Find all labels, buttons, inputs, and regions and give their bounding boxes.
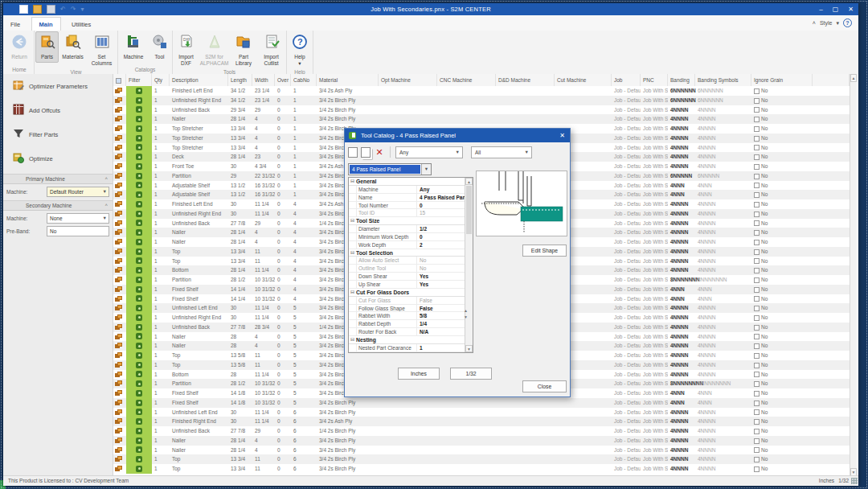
materials-button[interactable]: Materials: [59, 31, 87, 63]
filter-cell[interactable]: [126, 190, 152, 199]
property-row-allow-auto-select[interactable]: Allow Auto SelectNo: [349, 257, 473, 265]
ignore-grain-checkbox[interactable]: [754, 258, 760, 264]
dropdown-arrow-icon[interactable]: ▼: [421, 164, 431, 175]
filter-cell[interactable]: [126, 228, 152, 237]
column-header-material[interactable]: Material: [317, 74, 379, 86]
column-header-qty[interactable]: Qty: [152, 74, 170, 86]
ignore-grain-checkbox[interactable]: [754, 409, 760, 415]
column-header-bandingsymbols[interactable]: Banding Symbols: [695, 74, 751, 86]
collapse-box-icon[interactable]: ⊟: [349, 249, 356, 257]
filter-cell[interactable]: [126, 96, 152, 105]
table-row[interactable]: 1Unfinished Right End34 1/223 1/4013/4 2…: [113, 96, 850, 105]
filter-cell[interactable]: [126, 398, 152, 408]
property-section-door-profile-turns[interactable]: ⊟Door Profile Turns: [349, 352, 473, 353]
property-row-tool-number[interactable]: Tool Number0: [349, 202, 473, 210]
column-header-cabno[interactable]: CabNo: [291, 74, 317, 86]
table-row[interactable]: 1Top13 3/411063/4 2s Birch PlyJob - Defa…: [113, 464, 850, 474]
filter-cell[interactable]: [126, 171, 152, 181]
property-section-tool-selection[interactable]: ⊟Tool Selection: [349, 249, 473, 257]
scroll-up-icon[interactable]: ▲: [850, 74, 857, 82]
filter-cell[interactable]: [126, 341, 152, 351]
maximize-button[interactable]: ▢: [833, 6, 839, 13]
filter-cell[interactable]: [126, 124, 152, 134]
close-button[interactable]: ✕: [848, 6, 854, 13]
column-header-cnc[interactable]: CNC Machine: [437, 74, 496, 86]
property-row-nested-part-clearance[interactable]: Nested Part Clearance1: [349, 344, 473, 352]
property-row-up-shear[interactable]: Up ShearYes: [349, 281, 473, 289]
units-button[interactable]: Inches: [398, 368, 440, 380]
filter-cell[interactable]: [126, 294, 152, 304]
secondary-machine-select[interactable]: None ▼: [47, 213, 109, 224]
sidebar-item-add-offcuts[interactable]: Add Offcuts: [3, 98, 113, 122]
ignore-grain-checkbox[interactable]: [754, 372, 760, 377]
filter-cell[interactable]: [126, 199, 152, 209]
property-row-minimum-work-depth[interactable]: Minimum Work Depth0: [349, 233, 473, 241]
import-cutlist-button[interactable]: ImportCutlist: [257, 31, 285, 68]
table-row[interactable]: 1Unfinished Back27 7/829061/4 2s Birch P…: [113, 426, 850, 436]
property-row-name[interactable]: Name4 Pass Raised Panel: [349, 194, 473, 202]
ignore-grain-checkbox[interactable]: [754, 220, 760, 226]
filter-cell[interactable]: [126, 332, 152, 342]
style-label[interactable]: Style: [820, 20, 833, 26]
scroll-thumb[interactable]: [466, 186, 472, 234]
collapse-box-icon[interactable]: ⊟: [349, 217, 356, 224]
table-row[interactable]: 1Finished Left End34 1/223 1/4013/4 2s A…: [113, 86, 850, 96]
column-header-ignoregrain[interactable]: Ignore Grain: [751, 74, 813, 86]
select-all-checkbox[interactable]: [116, 78, 121, 84]
filter-cell[interactable]: [126, 388, 152, 398]
ignore-grain-checkbox[interactable]: [754, 154, 760, 160]
column-header-filler[interactable]: [813, 74, 850, 86]
filter-cell[interactable]: [126, 379, 152, 388]
property-row-work-depth[interactable]: Work Depth2: [349, 241, 473, 249]
property-row-tool-id[interactable]: Tool ID15: [349, 209, 473, 217]
column-header-pnc[interactable]: PNC: [641, 74, 668, 86]
filter-cell[interactable]: [126, 209, 152, 219]
tool-selector-combo[interactable]: 4 Pass Raised Panel ▼: [348, 163, 432, 175]
primary-machine-header[interactable]: Primary Machine ˄: [3, 174, 113, 184]
property-row-follow-glass-shape[interactable]: Follow Glass ShapeFalse: [349, 305, 473, 313]
property-row-cut-for-glass[interactable]: Cut For GlassFalse: [349, 297, 473, 305]
help-circle-icon[interactable]: ?: [843, 18, 852, 27]
table-row[interactable]: 1Top13 3/411063/4 2s Birch PlyJob - Defa…: [113, 454, 850, 464]
primary-machine-select[interactable]: Default Router ▼: [47, 187, 109, 197]
grid-settings-icon[interactable]: [851, 478, 858, 484]
ignore-grain-checkbox[interactable]: [754, 145, 760, 150]
secondary-machine-header[interactable]: Secondary Machine ˄: [3, 200, 113, 211]
import-dxf-button[interactable]: DXFImportDXF: [174, 31, 199, 68]
ignore-grain-checkbox[interactable]: [754, 363, 760, 368]
ignore-grain-checkbox[interactable]: [754, 88, 760, 94]
ignore-grain-checkbox[interactable]: [754, 466, 760, 472]
filter-cell[interactable]: [126, 247, 152, 257]
table-row[interactable]: 1Nailer28 1/44013/4 2s Birch PlyJob - De…: [113, 114, 850, 124]
collapse-box-icon[interactable]: ⊟: [349, 352, 356, 353]
copy-tool-icon[interactable]: [361, 147, 371, 158]
filter-cell[interactable]: [126, 275, 152, 285]
ignore-grain-checkbox[interactable]: [754, 183, 760, 188]
ignore-grain-checkbox[interactable]: [754, 401, 760, 406]
filter-cell[interactable]: [126, 323, 152, 332]
ignore-grain-checkbox[interactable]: [754, 277, 760, 283]
property-section-nesting[interactable]: ⊟Nesting: [349, 336, 473, 344]
filter-cell[interactable]: [126, 134, 152, 143]
table-row[interactable]: 1Unfinished Back29 3/429011/4 2s Birch P…: [113, 105, 850, 115]
ignore-grain-checkbox[interactable]: [754, 334, 760, 339]
table-row[interactable]: 1Finished Right End3011 1/4063/4 2s Ash …: [113, 417, 850, 426]
property-section-tool-size[interactable]: ⊟Tool Size: [349, 217, 473, 225]
table-row[interactable]: 1Nailer28 1/44063/4 2s Birch PlyJob - De…: [113, 446, 850, 455]
ignore-grain-checkbox[interactable]: [754, 315, 760, 321]
ignore-grain-checkbox[interactable]: [754, 230, 760, 236]
return-button[interactable]: Return: [6, 31, 33, 63]
collapse-box-icon[interactable]: ⊟: [349, 178, 356, 185]
property-row-machine[interactable]: MachineAny: [349, 186, 473, 194]
ignore-grain-checkbox[interactable]: [754, 457, 760, 462]
column-header-description[interactable]: Description: [170, 74, 228, 86]
collapse-ribbon-icon[interactable]: ˄: [813, 20, 816, 26]
filter-cell[interactable]: [126, 257, 152, 266]
ignore-grain-checkbox[interactable]: [754, 164, 760, 170]
ignore-grain-checkbox[interactable]: [754, 98, 760, 104]
property-row-router-for-back[interactable]: Router For BackN/A: [349, 328, 473, 336]
ignore-grain-checkbox[interactable]: [754, 126, 760, 132]
grid-spinner[interactable]: ▲▼: [462, 307, 469, 320]
ignore-grain-checkbox[interactable]: [754, 447, 760, 453]
filter-cell[interactable]: [126, 181, 152, 191]
